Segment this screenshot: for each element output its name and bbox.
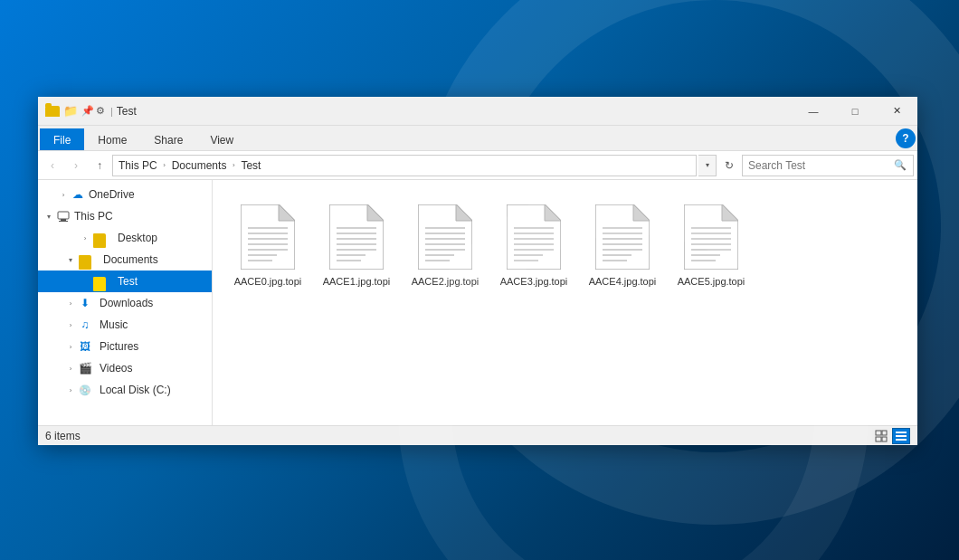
- sidebar-item-local-disk[interactable]: › 💿 Local Disk (C:): [38, 379, 212, 401]
- sidebar-item-desktop[interactable]: › Desktop: [38, 227, 212, 249]
- file-name-0: AACE0.jpg.topi: [234, 275, 302, 288]
- svg-rect-60: [882, 437, 887, 441]
- sidebar-label-onedrive: OneDrive: [89, 188, 135, 201]
- tab-file[interactable]: File: [40, 128, 84, 150]
- back-button[interactable]: ‹: [42, 155, 63, 176]
- svg-rect-62: [896, 435, 907, 437]
- videos-icon: 🎬: [78, 361, 92, 375]
- svg-rect-59: [876, 437, 881, 441]
- expand-arrow-desktop: ›: [78, 231, 92, 245]
- qa-pin-icon: 📌: [81, 105, 94, 117]
- file-item-0[interactable]: AACE0.jpg.topi: [227, 195, 309, 296]
- file-item-5[interactable]: AACE5.jpg.topi: [670, 195, 752, 296]
- svg-rect-57: [876, 431, 881, 435]
- help-button[interactable]: ?: [896, 128, 916, 148]
- sidebar-item-music[interactable]: › ♫ Music: [38, 314, 212, 336]
- path-segment: This PC › Documents › Test: [119, 155, 261, 176]
- this-pc-icon: [56, 209, 71, 223]
- sidebar-label-local-disk: Local Disk (C:): [100, 384, 171, 396]
- file-name-3: AACE3.jpg.topi: [500, 275, 568, 288]
- sidebar-item-videos[interactable]: › 🎬 Videos: [38, 357, 212, 379]
- sidebar-label-music: Music: [100, 318, 128, 331]
- tab-share[interactable]: Share: [140, 128, 196, 150]
- path-chevron-2[interactable]: ›: [228, 155, 239, 176]
- expand-arrow-pictures: ›: [63, 339, 78, 354]
- local-disk-icon: 💿: [78, 383, 92, 397]
- qa-separator: |: [110, 106, 113, 117]
- svg-marker-30: [507, 204, 561, 270]
- address-path[interactable]: This PC › Documents › Test: [112, 155, 697, 176]
- file-item-1[interactable]: AACE1.jpg.topi: [316, 195, 397, 296]
- address-dropdown[interactable]: ▾: [698, 155, 717, 176]
- svg-rect-2: [59, 221, 68, 222]
- file-icon-1: [328, 203, 385, 271]
- file-name-1: AACE1.jpg.topi: [323, 275, 391, 288]
- sidebar-label-videos: Videos: [100, 362, 132, 375]
- file-item-4[interactable]: AACE4.jpg.topi: [582, 195, 663, 296]
- expand-arrow-onedrive: ›: [56, 187, 71, 202]
- path-documents[interactable]: Documents: [172, 159, 227, 172]
- path-test[interactable]: Test: [241, 159, 261, 172]
- svg-marker-40: [633, 204, 650, 221]
- svg-rect-1: [61, 219, 66, 221]
- path-this-pc[interactable]: This PC: [119, 159, 157, 172]
- window-icon: [45, 104, 60, 119]
- file-name-2: AACE2.jpg.topi: [412, 275, 480, 288]
- expand-arrow-downloads: ›: [63, 296, 78, 310]
- svg-marker-22: [456, 204, 472, 221]
- window-title: Test: [117, 105, 793, 118]
- close-button[interactable]: ✕: [876, 97, 917, 126]
- forward-button[interactable]: ›: [65, 155, 87, 176]
- sidebar: › ☁ OneDrive ▾ This PC ›: [38, 180, 213, 425]
- sidebar-item-downloads[interactable]: › ⬇ Downloads: [38, 292, 212, 314]
- svg-rect-63: [896, 439, 907, 441]
- up-button[interactable]: ↑: [89, 155, 110, 176]
- file-name-5: AACE5.jpg.topi: [678, 275, 745, 288]
- refresh-button[interactable]: ↻: [718, 155, 740, 176]
- svg-marker-39: [595, 204, 650, 270]
- sidebar-label-downloads: Downloads: [100, 297, 153, 309]
- pictures-icon: 🖼: [78, 339, 92, 354]
- sidebar-label-desktop: Desktop: [118, 232, 157, 244]
- documents-icon: [78, 252, 92, 267]
- search-icon[interactable]: 🔍: [893, 158, 907, 173]
- sidebar-label-documents: Documents: [103, 253, 158, 266]
- downloads-icon: ⬇: [78, 296, 92, 310]
- expand-arrow-test: [78, 274, 92, 289]
- list-view-button[interactable]: [872, 428, 890, 444]
- tab-view[interactable]: View: [196, 128, 247, 150]
- expand-arrow-local-disk: ›: [63, 383, 78, 397]
- sidebar-label-test: Test: [118, 275, 138, 288]
- items-count: 6 items: [45, 430, 81, 442]
- tab-home[interactable]: Home: [84, 128, 140, 150]
- sidebar-item-pictures[interactable]: › 🖼 Pictures: [38, 336, 212, 357]
- file-area: AACE0.jpg.topi AACE1: [213, 180, 917, 425]
- ribbon-tabs: File Home Share View ?: [38, 126, 917, 151]
- svg-rect-0: [58, 212, 69, 219]
- path-chevron-1[interactable]: ›: [159, 155, 170, 176]
- file-item-2[interactable]: AACE2.jpg.topi: [404, 195, 486, 296]
- sidebar-item-onedrive[interactable]: › ☁ OneDrive: [38, 184, 212, 205]
- svg-rect-58: [882, 431, 887, 435]
- sidebar-item-this-pc[interactable]: ▾ This PC: [38, 205, 212, 227]
- view-controls: [872, 428, 910, 444]
- file-name-4: AACE4.jpg.topi: [589, 275, 657, 288]
- svg-marker-13: [367, 204, 384, 221]
- sidebar-label-pictures: Pictures: [100, 340, 138, 353]
- detail-view-button[interactable]: [892, 428, 910, 444]
- sidebar-item-test[interactable]: Test: [38, 271, 212, 292]
- maximize-button[interactable]: □: [834, 97, 876, 126]
- sidebar-item-documents[interactable]: ▾ Documents: [38, 249, 212, 271]
- main-content: › ☁ OneDrive ▾ This PC ›: [38, 180, 917, 425]
- address-bar: ‹ › ↑ This PC › Documents › Test ▾ ↻ 🔍: [38, 151, 917, 180]
- search-input[interactable]: [748, 159, 893, 172]
- title-bar: 📁 📌 ⚙ | Test — □ ✕: [38, 97, 917, 126]
- expand-arrow-videos: ›: [63, 361, 78, 375]
- svg-marker-4: [279, 204, 295, 221]
- minimize-button[interactable]: —: [793, 97, 834, 126]
- file-icon-0: [239, 203, 297, 271]
- file-icon-5: [682, 203, 740, 271]
- file-item-3[interactable]: AACE3.jpg.topi: [493, 195, 574, 296]
- svg-marker-48: [684, 204, 738, 270]
- qa-gear-icon: ⚙: [96, 105, 105, 117]
